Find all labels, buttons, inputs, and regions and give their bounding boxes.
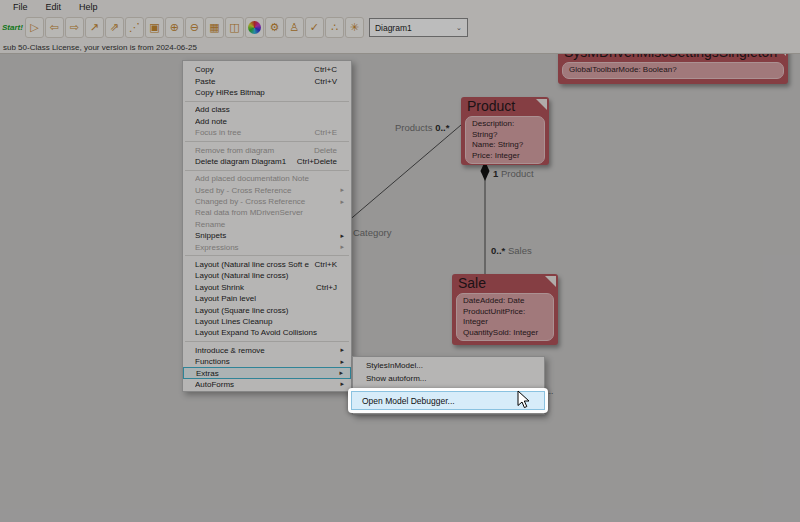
dim-overlay — [0, 0, 800, 522]
application-window: SysMDrivenMiscSettingsSingleton GlobalTo… — [0, 0, 800, 522]
mouse-cursor-icon — [517, 390, 531, 410]
submenu-item-open-model-debugger[interactable]: Open Model Debugger... — [351, 391, 545, 410]
